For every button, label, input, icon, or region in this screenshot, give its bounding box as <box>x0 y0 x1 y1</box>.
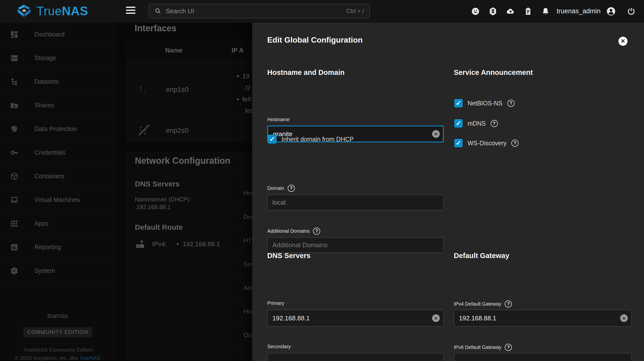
search-shortcut: Ctrl + / <box>346 8 364 15</box>
secondary-label: Secondary <box>267 344 291 349</box>
truenas-cloud-icon[interactable] <box>506 7 515 16</box>
checkbox-checked-icon[interactable]: ✓ <box>268 135 276 144</box>
hostname-label: Hostname <box>267 117 290 122</box>
ws-discovery-label: WS-Discovery <box>468 140 506 147</box>
clear-icon[interactable]: ✕ <box>432 130 440 138</box>
dns-servers-heading: DNS Servers <box>267 252 310 260</box>
service-announcement-heading: Service Announcement <box>454 69 533 77</box>
edit-global-configuration-panel: Edit Global Configuration ✕ Hostname and… <box>252 23 644 361</box>
help-icon[interactable]: ? <box>508 100 514 107</box>
top-header: TrueNAS Search UI Ctrl + / truenas_admin <box>0 0 644 23</box>
secondary-dns-input[interactable] <box>267 353 444 361</box>
netbios-label: NetBIOS-NS <box>468 100 502 107</box>
truenas-logo-icon <box>16 4 32 18</box>
ipv6-gateway-field <box>454 353 632 361</box>
feedback-smiley-icon[interactable] <box>471 7 480 16</box>
menu-toggle-button[interactable] <box>126 7 137 16</box>
power-icon[interactable] <box>626 7 636 16</box>
ipv6-gateway-input[interactable] <box>454 353 632 361</box>
help-icon[interactable]: ? <box>511 140 518 147</box>
search-input[interactable]: Search UI <box>166 8 346 15</box>
search-icon <box>154 8 162 15</box>
truenas-app: Interfaces Name IP A ↑↓ enp1s0 19 /2 fe8… <box>0 0 644 361</box>
inherit-domain-label: Inherit domain from DHCP <box>282 136 354 143</box>
checkbox-checked-icon[interactable]: ✓ <box>454 99 463 107</box>
additional-domains-input[interactable] <box>267 237 444 253</box>
panel-title: Edit Global Configuration <box>267 36 363 45</box>
help-icon[interactable]: ? <box>288 185 295 192</box>
search-bar[interactable]: Search UI Ctrl + / <box>149 4 370 18</box>
help-icon[interactable]: ? <box>505 300 512 307</box>
hostname-domain-heading: Hostname and Domain <box>267 69 344 77</box>
netbios-checkbox-row[interactable]: ✓ NetBIOS-NS ? <box>454 99 514 107</box>
notifications-bell-icon[interactable] <box>541 7 550 16</box>
inherit-domain-checkbox-row[interactable]: ✓ Inherit domain from DHCP <box>268 135 354 144</box>
truenas-logo[interactable]: TrueNAS <box>16 4 88 18</box>
primary-dns-field: ✕ <box>267 310 444 326</box>
ipv4-gateway-field: ✕ <box>454 310 632 326</box>
domain-field <box>267 195 444 210</box>
username[interactable]: truenas_admin <box>557 8 601 15</box>
ipv4-gateway-input[interactable] <box>454 310 632 326</box>
domain-label: Domain ? <box>267 185 295 192</box>
checkbox-checked-icon[interactable]: ✓ <box>454 139 463 147</box>
ipv4-gateway-label: IPv4 Default Gateway ? <box>454 300 512 307</box>
logo-text: TrueNAS <box>36 4 88 18</box>
secondary-dns-field <box>267 353 444 361</box>
close-icon[interactable]: ✕ <box>618 37 628 46</box>
ipv6-gateway-label: IPv6 Default Gateway ? <box>454 344 512 351</box>
ws-discovery-checkbox-row[interactable]: ✓ WS-Discovery ? <box>454 139 518 147</box>
jobs-clipboard-icon[interactable] <box>524 7 533 16</box>
primary-label: Primary <box>267 300 284 306</box>
clear-icon[interactable]: ✕ <box>432 314 440 322</box>
user-avatar-icon[interactable] <box>606 6 616 17</box>
help-icon[interactable]: ? <box>491 120 498 127</box>
help-icon[interactable]: ? <box>505 344 512 351</box>
default-gateway-heading: Default Gateway <box>454 252 510 260</box>
domain-input[interactable] <box>267 195 444 210</box>
additional-domains-label: Additional Domains ? <box>267 228 320 235</box>
checkbox-checked-icon[interactable]: ✓ <box>454 119 463 128</box>
mdns-checkbox-row[interactable]: ✓ mDNS ? <box>454 119 498 128</box>
clear-icon[interactable]: ✕ <box>620 314 628 322</box>
additional-domains-field <box>267 237 444 253</box>
mdns-label: mDNS <box>468 120 486 127</box>
ix-stack-icon[interactable] <box>488 7 498 16</box>
primary-dns-input[interactable] <box>267 310 444 326</box>
help-icon[interactable]: ? <box>313 228 320 235</box>
